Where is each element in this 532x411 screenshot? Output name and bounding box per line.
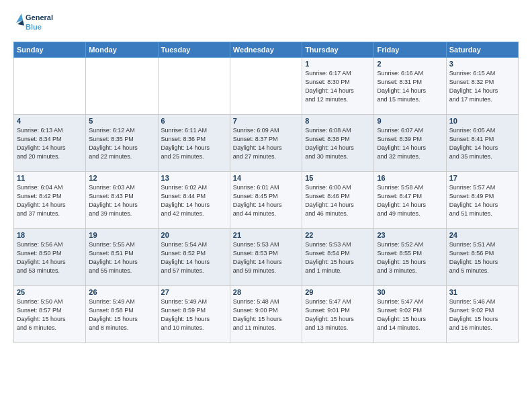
day-info: Sunrise: 6:13 AM Sunset: 8:34 PM Dayligh… [17, 126, 83, 161]
day-info: Sunrise: 6:17 AM Sunset: 8:30 PM Dayligh… [305, 69, 371, 104]
calendar-day-20: 20Sunrise: 5:54 AM Sunset: 8:52 PM Dayli… [158, 229, 230, 286]
day-info: Sunrise: 6:07 AM Sunset: 8:39 PM Dayligh… [377, 126, 443, 161]
calendar-day-23: 23Sunrise: 5:52 AM Sunset: 8:55 PM Dayli… [374, 229, 446, 286]
calendar-day-25: 25Sunrise: 5:50 AM Sunset: 8:57 PM Dayli… [14, 286, 86, 343]
day-number: 29 [305, 288, 371, 296]
day-number: 6 [161, 117, 227, 125]
day-number: 30 [377, 288, 443, 296]
day-info: Sunrise: 6:01 AM Sunset: 8:45 PM Dayligh… [233, 183, 299, 218]
calendar-day-7: 7Sunrise: 6:09 AM Sunset: 8:37 PM Daylig… [230, 115, 302, 172]
day-info: Sunrise: 5:50 AM Sunset: 8:57 PM Dayligh… [17, 298, 83, 332]
day-number: 14 [233, 174, 299, 182]
calendar-day-18: 18Sunrise: 5:56 AM Sunset: 8:50 PM Dayli… [14, 229, 86, 286]
weekday-friday: Friday [374, 42, 446, 58]
day-info: Sunrise: 6:12 AM Sunset: 8:35 PM Dayligh… [89, 126, 154, 161]
day-number: 5 [89, 117, 154, 125]
calendar-day-17: 17Sunrise: 5:57 AM Sunset: 8:49 PM Dayli… [446, 172, 518, 229]
day-number: 12 [89, 174, 154, 182]
calendar-day-10: 10Sunrise: 6:05 AM Sunset: 8:41 PM Dayli… [446, 115, 518, 172]
calendar-day-31: 31Sunrise: 5:46 AM Sunset: 9:02 PM Dayli… [446, 286, 518, 343]
logo: General Blue [13, 11, 54, 35]
day-info: Sunrise: 6:15 AM Sunset: 8:32 PM Dayligh… [449, 69, 515, 104]
weekday-thursday: Thursday [302, 42, 374, 58]
day-number: 13 [161, 174, 227, 182]
day-number: 31 [449, 288, 515, 296]
weekday-wednesday: Wednesday [230, 42, 302, 58]
calendar-table: SundayMondayTuesdayWednesdayThursdayFrid… [13, 42, 519, 343]
calendar-day-16: 16Sunrise: 5:58 AM Sunset: 8:47 PM Dayli… [374, 172, 446, 229]
day-number: 28 [233, 288, 299, 296]
calendar-day-19: 19Sunrise: 5:55 AM Sunset: 8:51 PM Dayli… [86, 229, 158, 286]
day-number: 16 [377, 174, 443, 182]
calendar-day-27: 27Sunrise: 5:49 AM Sunset: 8:59 PM Dayli… [158, 286, 230, 343]
header: General Blue [13, 11, 519, 35]
calendar-week-3: 11Sunrise: 6:04 AM Sunset: 8:42 PM Dayli… [14, 172, 519, 229]
day-number: 15 [305, 174, 371, 182]
day-info: Sunrise: 5:46 AM Sunset: 9:02 PM Dayligh… [449, 298, 515, 332]
calendar-day-29: 29Sunrise: 5:47 AM Sunset: 9:01 PM Dayli… [302, 286, 374, 343]
day-info: Sunrise: 6:00 AM Sunset: 8:46 PM Dayligh… [305, 183, 371, 218]
calendar-day-11: 11Sunrise: 6:04 AM Sunset: 8:42 PM Dayli… [14, 172, 86, 229]
day-number: 21 [233, 231, 299, 239]
day-info: Sunrise: 6:09 AM Sunset: 8:37 PM Dayligh… [233, 126, 299, 161]
day-info: Sunrise: 5:53 AM Sunset: 8:54 PM Dayligh… [305, 240, 371, 275]
calendar-day-22: 22Sunrise: 5:53 AM Sunset: 8:54 PM Dayli… [302, 229, 374, 286]
day-info: Sunrise: 5:49 AM Sunset: 8:58 PM Dayligh… [89, 298, 154, 332]
calendar-day-24: 24Sunrise: 5:51 AM Sunset: 8:56 PM Dayli… [446, 229, 518, 286]
logo-svg: General Blue [13, 11, 54, 35]
day-number: 22 [305, 231, 371, 239]
svg-text:General: General [26, 13, 53, 21]
day-number: 7 [233, 117, 299, 125]
svg-text:Blue: Blue [26, 23, 42, 31]
day-number: 2 [377, 60, 443, 68]
day-info: Sunrise: 6:03 AM Sunset: 8:43 PM Dayligh… [89, 183, 154, 218]
day-info: Sunrise: 5:58 AM Sunset: 8:47 PM Dayligh… [377, 183, 443, 218]
day-info: Sunrise: 5:55 AM Sunset: 8:51 PM Dayligh… [89, 240, 154, 275]
day-number: 18 [17, 231, 83, 239]
day-number: 17 [449, 174, 515, 182]
day-info: Sunrise: 5:56 AM Sunset: 8:50 PM Dayligh… [17, 240, 83, 275]
empty-cell [230, 58, 302, 115]
calendar-day-15: 15Sunrise: 6:00 AM Sunset: 8:46 PM Dayli… [302, 172, 374, 229]
weekday-tuesday: Tuesday [158, 42, 230, 58]
day-info: Sunrise: 5:54 AM Sunset: 8:52 PM Dayligh… [161, 240, 227, 275]
calendar-day-8: 8Sunrise: 6:08 AM Sunset: 8:38 PM Daylig… [302, 115, 374, 172]
calendar-day-13: 13Sunrise: 6:02 AM Sunset: 8:44 PM Dayli… [158, 172, 230, 229]
calendar-day-2: 2Sunrise: 6:16 AM Sunset: 8:31 PM Daylig… [374, 58, 446, 115]
day-number: 9 [377, 117, 443, 125]
day-info: Sunrise: 5:51 AM Sunset: 8:56 PM Dayligh… [449, 240, 515, 275]
day-info: Sunrise: 6:08 AM Sunset: 8:38 PM Dayligh… [305, 126, 371, 161]
weekday-saturday: Saturday [446, 42, 518, 58]
page: General Blue SundayMondayTuesdayWednesda… [0, 0, 532, 411]
day-number: 20 [161, 231, 227, 239]
weekday-sunday: Sunday [14, 42, 86, 58]
day-info: Sunrise: 5:48 AM Sunset: 9:00 PM Dayligh… [233, 298, 299, 332]
day-info: Sunrise: 5:47 AM Sunset: 9:01 PM Dayligh… [305, 298, 371, 332]
day-number: 25 [17, 288, 83, 296]
day-info: Sunrise: 5:49 AM Sunset: 8:59 PM Dayligh… [161, 298, 227, 332]
calendar-week-2: 4Sunrise: 6:13 AM Sunset: 8:34 PM Daylig… [14, 115, 519, 172]
day-info: Sunrise: 6:11 AM Sunset: 8:36 PM Dayligh… [161, 126, 227, 161]
day-number: 19 [89, 231, 154, 239]
day-info: Sunrise: 5:47 AM Sunset: 9:02 PM Dayligh… [377, 298, 443, 332]
calendar-day-28: 28Sunrise: 5:48 AM Sunset: 9:00 PM Dayli… [230, 286, 302, 343]
day-info: Sunrise: 6:02 AM Sunset: 8:44 PM Dayligh… [161, 183, 227, 218]
day-number: 27 [161, 288, 227, 296]
empty-cell [158, 58, 230, 115]
day-info: Sunrise: 6:05 AM Sunset: 8:41 PM Dayligh… [449, 126, 515, 161]
day-info: Sunrise: 6:16 AM Sunset: 8:31 PM Dayligh… [377, 69, 443, 104]
day-number: 4 [17, 117, 83, 125]
calendar-day-14: 14Sunrise: 6:01 AM Sunset: 8:45 PM Dayli… [230, 172, 302, 229]
day-number: 24 [449, 231, 515, 239]
calendar-day-5: 5Sunrise: 6:12 AM Sunset: 8:35 PM Daylig… [86, 115, 158, 172]
calendar-week-1: 1Sunrise: 6:17 AM Sunset: 8:30 PM Daylig… [14, 58, 519, 115]
day-info: Sunrise: 5:53 AM Sunset: 8:53 PM Dayligh… [233, 240, 299, 275]
calendar-week-5: 25Sunrise: 5:50 AM Sunset: 8:57 PM Dayli… [14, 286, 519, 343]
day-info: Sunrise: 5:52 AM Sunset: 8:55 PM Dayligh… [377, 240, 443, 275]
day-number: 23 [377, 231, 443, 239]
calendar-day-21: 21Sunrise: 5:53 AM Sunset: 8:53 PM Dayli… [230, 229, 302, 286]
day-number: 10 [449, 117, 515, 125]
day-number: 11 [17, 174, 83, 182]
day-info: Sunrise: 5:57 AM Sunset: 8:49 PM Dayligh… [449, 183, 515, 218]
calendar-day-6: 6Sunrise: 6:11 AM Sunset: 8:36 PM Daylig… [158, 115, 230, 172]
